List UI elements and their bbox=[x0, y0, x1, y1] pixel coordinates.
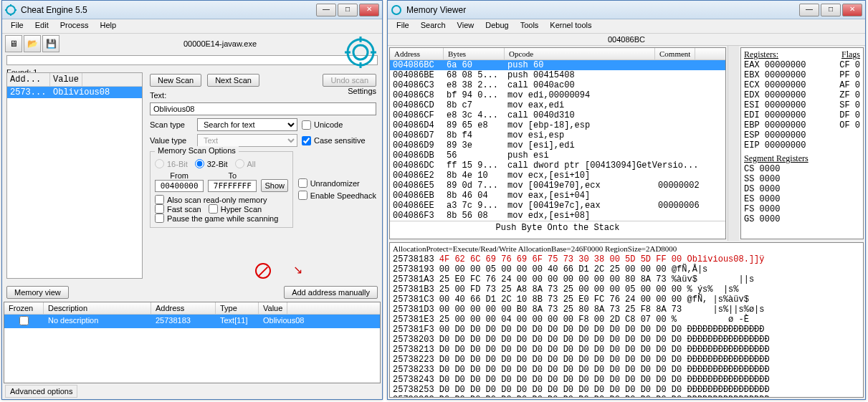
open-file-button[interactable]: 📂 bbox=[24, 35, 41, 52]
settings-link[interactable]: Settings bbox=[348, 87, 376, 95]
disasm-row[interactable]: 004086D78b f4 mov esi,esp bbox=[390, 130, 725, 140]
hex-row[interactable]: 257381F3 00 D0 D0 D0 D0 D0 D0 D0 D0 D0 D… bbox=[393, 325, 860, 335]
ce-menubar: File Edit Process Help bbox=[2, 19, 382, 34]
case-sensitive-checkbox[interactable] bbox=[302, 136, 311, 145]
hex-row[interactable]: 25738183 4F 62 6C 69 76 69 6F 75 73 30 3… bbox=[393, 254, 860, 264]
th-address[interactable]: Address bbox=[151, 302, 216, 314]
disasm-row[interactable]: 004086DCff 15 9...call dword ptr [004130… bbox=[390, 161, 725, 171]
save-button[interactable]: 💾 bbox=[42, 35, 59, 52]
unicode-checkbox[interactable] bbox=[302, 120, 311, 130]
disasm-row[interactable]: 004086C3e8 38 2...call 0040ac00 bbox=[390, 80, 725, 90]
clear-icon[interactable] bbox=[255, 263, 271, 279]
mv-menu-search[interactable]: Search bbox=[415, 19, 452, 33]
mv-titlebar[interactable]: Memory Viewer — □ ✕ bbox=[388, 1, 865, 19]
minimize-button[interactable]: — bbox=[316, 4, 336, 16]
disasm-description: Push Byte Onto the Stack bbox=[390, 221, 725, 234]
hex-row[interactable]: 257381E3 25 00 00 00 04 00 00 00 00 F8 0… bbox=[393, 315, 860, 325]
advanced-options-button[interactable]: Advanced options bbox=[5, 385, 77, 398]
mv-menu-view[interactable]: View bbox=[452, 19, 480, 33]
open-process-button[interactable]: 🖥 bbox=[5, 35, 22, 52]
hex-row[interactable]: 25738263 D0 D0 D0 D0 D0 D0 D0 D0 D0 D0 D… bbox=[393, 395, 860, 398]
mv-menu-file[interactable]: File bbox=[391, 19, 415, 33]
menu-edit[interactable]: Edit bbox=[29, 19, 54, 33]
scan-text-input[interactable] bbox=[150, 102, 376, 115]
mv-menu-debug[interactable]: Debug bbox=[480, 19, 514, 33]
hex-row[interactable]: 25738223 D0 D0 D0 D0 D0 D0 D0 D0 D0 D0 D… bbox=[393, 355, 860, 365]
hex-row[interactable]: 257381B3 25 00 FD 73 25 A8 8A 73 25 00 0… bbox=[393, 284, 860, 295]
mv-minimize-button[interactable]: — bbox=[799, 4, 819, 16]
hex-viewer[interactable]: AllocationProtect=Execute/Read/Write All… bbox=[389, 242, 864, 398]
unrandomizer-checkbox[interactable] bbox=[298, 178, 307, 188]
disasm-row[interactable]: 004086EEa3 7c 9...mov [00419e7c],eax0000… bbox=[390, 201, 725, 211]
disasm-row[interactable]: 004086BE68 08 5...push 00415408 bbox=[390, 70, 725, 80]
disasm-row[interactable]: 004086E589 0d 7...mov [00419e70],ecx0000… bbox=[390, 181, 725, 191]
menu-help[interactable]: Help bbox=[94, 19, 122, 33]
disasm-row[interactable]: 004086CFe8 3c 4...call 0040d310 bbox=[390, 110, 725, 120]
scan-type-select[interactable]: Search for text bbox=[197, 118, 297, 131]
to-input[interactable] bbox=[208, 180, 257, 192]
th-type[interactable]: Type bbox=[216, 302, 259, 314]
disasm-row[interactable]: 004086BC6a 60 push 60 bbox=[390, 60, 725, 70]
disasm-row[interactable]: 004086EB8b 46 04 mov eax,[esi+04] bbox=[390, 191, 725, 201]
menu-process[interactable]: Process bbox=[54, 19, 95, 33]
mv-close-button[interactable]: ✕ bbox=[842, 4, 862, 16]
disasm-row[interactable]: 004086C8bf 94 0...mov edi,00000094 bbox=[390, 90, 725, 100]
result-row[interactable]: 2573... Oblivious08 bbox=[7, 87, 142, 98]
disasm-row[interactable]: 004086D489 65 e8 mov [ebp-18],esp bbox=[390, 120, 725, 130]
maximize-button[interactable]: □ bbox=[338, 4, 358, 16]
hex-row[interactable]: 25738233 D0 D0 D0 D0 D0 D0 D0 D0 D0 D0 D… bbox=[393, 365, 860, 375]
next-scan-button[interactable]: Next Scan bbox=[207, 74, 259, 87]
disasm-row[interactable]: 004086D989 3e mov [esi],edi bbox=[390, 140, 725, 150]
speedhack-checkbox[interactable] bbox=[298, 191, 307, 200]
close-button[interactable]: ✕ bbox=[359, 4, 379, 16]
hex-row[interactable]: 25738203 D0 D0 D0 D0 D0 D0 D0 D0 D0 D0 D… bbox=[393, 335, 860, 345]
hex-row[interactable]: 257381A3 25 E0 FC 76 24 00 00 00 00 00 0… bbox=[393, 274, 860, 284]
dh-address[interactable]: Address bbox=[390, 48, 444, 59]
show-button[interactable]: Show bbox=[261, 179, 288, 192]
hex-row[interactable]: 257381C3 00 40 66 D1 2C 10 8B 73 25 E0 F… bbox=[393, 295, 860, 305]
mv-maximize-button[interactable]: □ bbox=[821, 4, 841, 16]
col-value[interactable]: Value bbox=[50, 73, 82, 86]
disasm-scrollbar[interactable] bbox=[728, 46, 739, 241]
result-list[interactable]: Add... Value 2573... Oblivious08 bbox=[6, 72, 143, 279]
radio-32bit[interactable] bbox=[195, 159, 204, 168]
from-input[interactable] bbox=[155, 180, 204, 192]
value-type-select[interactable]: Text bbox=[197, 134, 297, 147]
hex-row[interactable]: 257381D3 00 00 00 00 00 B0 8A 73 25 80 8… bbox=[393, 305, 860, 315]
dh-bytes[interactable]: Bytes bbox=[444, 48, 505, 59]
hex-row[interactable]: 25738213 D0 D0 D0 D0 D0 D0 D0 D0 D0 D0 D… bbox=[393, 345, 860, 355]
pause-game-checkbox[interactable] bbox=[155, 214, 164, 223]
hyper-scan-checkbox[interactable] bbox=[209, 204, 218, 214]
disasm-row[interactable]: 004086E28b 4e 10 mov ecx,[esi+10] bbox=[390, 171, 725, 181]
mv-menu-kernel[interactable]: Kernel tools bbox=[544, 19, 597, 33]
add-address-manually-button[interactable]: Add address manually bbox=[284, 286, 378, 299]
address-table[interactable]: Frozen Description Address Type Value No… bbox=[4, 302, 381, 383]
col-address[interactable]: Add... bbox=[7, 73, 50, 86]
th-frozen[interactable]: Frozen bbox=[4, 302, 44, 314]
th-description[interactable]: Description bbox=[44, 302, 151, 314]
undo-scan-button[interactable]: Undo scan bbox=[323, 74, 376, 87]
menu-file[interactable]: File bbox=[5, 19, 29, 33]
hex-row[interactable]: 25738243 D0 D0 D0 D0 D0 D0 D0 D0 D0 D0 D… bbox=[393, 375, 860, 385]
radio-16bit[interactable] bbox=[155, 159, 164, 168]
readonly-checkbox[interactable] bbox=[155, 195, 164, 204]
frozen-checkbox[interactable] bbox=[19, 316, 29, 325]
th-value[interactable]: Value bbox=[259, 302, 287, 314]
disassembler[interactable]: Address Bytes Opcode Comment 004086BC6a … bbox=[389, 47, 726, 239]
hex-row[interactable]: 25738253 D0 D0 D0 D0 D0 D0 D0 D0 D0 D0 D… bbox=[393, 385, 860, 395]
disasm-row[interactable]: 004086F38b 56 08 mov edx,[esi+08] bbox=[390, 211, 725, 221]
dh-opcode[interactable]: Opcode bbox=[505, 48, 655, 59]
disasm-row[interactable]: 004086CD8b c7 mov eax,edi bbox=[390, 100, 725, 110]
radio-all[interactable] bbox=[235, 159, 244, 168]
dh-comment[interactable]: Comment bbox=[655, 48, 695, 59]
memory-view-button[interactable]: Memory view bbox=[6, 286, 69, 299]
register-row: ECX 00000000AF 0 bbox=[744, 80, 860, 90]
fast-scan-checkbox[interactable] bbox=[155, 204, 164, 214]
table-row[interactable]: No description 25738183 Text[11] Oblivio… bbox=[4, 315, 380, 328]
mv-menu-tools[interactable]: Tools bbox=[515, 19, 545, 33]
hex-row[interactable]: 25738193 00 00 00 05 00 00 00 40 66 D1 2… bbox=[393, 264, 860, 274]
new-scan-button[interactable]: New Scan bbox=[150, 74, 201, 87]
add-to-list-arrow-icon[interactable]: ↘ bbox=[293, 263, 307, 277]
ce-titlebar[interactable]: Cheat Engine 5.5 — □ ✕ bbox=[2, 1, 382, 19]
disasm-row[interactable]: 004086DB56 push esi bbox=[390, 150, 725, 161]
